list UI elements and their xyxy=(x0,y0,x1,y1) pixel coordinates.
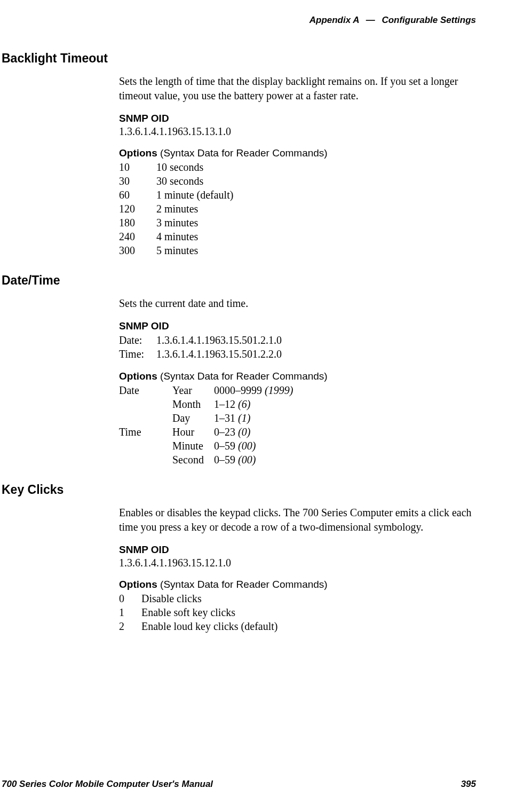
datetime-snmp-label: SNMP OID xyxy=(119,320,476,332)
options-rest: (Syntax Data for Reader Commands) xyxy=(157,147,328,159)
option-range: 1–31 xyxy=(214,412,235,424)
option-desc: Disable clicks xyxy=(141,592,287,605)
option-default: (0) xyxy=(238,426,250,438)
header-appendix: Appendix A xyxy=(309,15,359,25)
option-group xyxy=(119,453,172,467)
datetime-options-table: DateYear0000–9999 (1999) Month1–12 (6) D… xyxy=(119,383,303,467)
keyclicks-snmp-oid: 1.3.6.1.4.1.1963.15.12.1.0 xyxy=(119,557,476,569)
backlight-options-label: Options (Syntax Data for Reader Commands… xyxy=(119,147,476,159)
keyclicks-description: Enables or disables the keypad clicks. T… xyxy=(119,506,476,534)
options-bold: Options xyxy=(119,147,157,159)
section-heading-keyclicks: Key Clicks xyxy=(2,483,476,497)
option-range-def: 1–12 (6) xyxy=(214,397,303,411)
snmp-row-value: 1.3.6.1.4.1.1963.15.501.2.1.0 xyxy=(156,333,291,347)
page-footer: 700 Series Color Mobile Computer User's … xyxy=(2,779,476,790)
table-row: Minute0–59 (00) xyxy=(119,439,303,453)
footer-page-number: 395 xyxy=(461,779,476,790)
option-code: 120 xyxy=(119,202,156,216)
option-code: 180 xyxy=(119,216,156,230)
option-code: 10 xyxy=(119,160,156,174)
option-desc: Enable soft key clicks xyxy=(141,605,287,619)
option-field: Hour xyxy=(172,425,214,439)
option-desc: Enable loud key clicks (default) xyxy=(141,619,287,633)
option-desc: 10 seconds xyxy=(156,160,243,174)
option-code: 240 xyxy=(119,230,156,243)
footer-manual-title: 700 Series Color Mobile Computer User's … xyxy=(2,779,213,790)
table-row: Time:1.3.6.1.4.1.1963.15.501.2.2.0 xyxy=(119,347,291,361)
datetime-options-label: Options (Syntax Data for Reader Commands… xyxy=(119,370,476,382)
table-row: 1Enable soft key clicks xyxy=(119,605,287,619)
section-heading-datetime: Date/Time xyxy=(2,273,476,288)
option-code: 30 xyxy=(119,174,156,188)
option-range-def: 0–23 (0) xyxy=(214,425,303,439)
option-default: (6) xyxy=(238,398,250,410)
table-row: 2Enable loud key clicks (default) xyxy=(119,619,287,633)
table-row: 2404 minutes xyxy=(119,230,243,243)
option-desc: 3 minutes xyxy=(156,216,243,230)
header-title: Configurable Settings xyxy=(382,15,476,25)
table-row: 601 minute (default) xyxy=(119,188,243,202)
option-default: (00) xyxy=(238,454,256,466)
option-desc: 30 seconds xyxy=(156,174,243,188)
option-range: 0–59 xyxy=(214,454,235,466)
option-group: Time xyxy=(119,425,172,439)
options-bold: Options xyxy=(119,370,157,382)
table-row: 1010 seconds xyxy=(119,160,243,174)
option-field: Second xyxy=(172,453,214,467)
table-row: DateYear0000–9999 (1999) xyxy=(119,383,303,397)
option-group xyxy=(119,439,172,453)
snmp-row-label: Date: xyxy=(119,333,156,347)
backlight-snmp-oid: 1.3.6.1.4.1.1963.15.13.1.0 xyxy=(119,125,476,138)
option-desc: 4 minutes xyxy=(156,230,243,243)
option-field: Month xyxy=(172,397,214,411)
option-range-def: 1–31 (1) xyxy=(214,411,303,425)
header-dash: — xyxy=(366,15,375,25)
option-range: 1–12 xyxy=(214,398,235,410)
table-row: Day1–31 (1) xyxy=(119,411,303,425)
table-row: Second0–59 (00) xyxy=(119,453,303,467)
option-default: (00) xyxy=(238,440,256,452)
snmp-row-label: Time: xyxy=(119,347,156,361)
option-field: Year xyxy=(172,383,214,397)
options-bold: Options xyxy=(119,579,157,590)
backlight-snmp-label: SNMP OID xyxy=(119,113,476,124)
table-row: Month1–12 (6) xyxy=(119,397,303,411)
table-row: 1803 minutes xyxy=(119,216,243,230)
options-rest: (Syntax Data for Reader Commands) xyxy=(157,370,328,382)
option-range: 0–59 xyxy=(214,440,235,452)
option-desc: 2 minutes xyxy=(156,202,243,216)
option-code: 300 xyxy=(119,243,156,257)
keyclicks-options-table: 0Disable clicks 1Enable soft key clicks … xyxy=(119,592,287,633)
option-default: (1) xyxy=(238,412,250,424)
page-header: Appendix A — Configurable Settings xyxy=(0,15,476,26)
option-default: (1999) xyxy=(265,384,293,396)
keyclicks-snmp-label: SNMP OID xyxy=(119,544,476,556)
backlight-description: Sets the length of time that the display… xyxy=(119,74,476,103)
option-field: Day xyxy=(172,411,214,425)
option-group xyxy=(119,411,172,425)
option-range-def: 0–59 (00) xyxy=(214,453,303,467)
option-desc: 1 minute (default) xyxy=(156,188,243,202)
options-rest: (Syntax Data for Reader Commands) xyxy=(157,579,328,590)
table-row: 0Disable clicks xyxy=(119,592,287,605)
table-row: 3005 minutes xyxy=(119,243,243,257)
backlight-options-table: 1010 seconds 3030 seconds 601 minute (de… xyxy=(119,160,243,257)
table-row: Date:1.3.6.1.4.1.1963.15.501.2.1.0 xyxy=(119,333,291,347)
option-desc: 5 minutes xyxy=(156,243,243,257)
option-group: Date xyxy=(119,383,172,397)
datetime-description: Sets the current date and time. xyxy=(119,296,476,311)
option-code: 60 xyxy=(119,188,156,202)
option-code: 1 xyxy=(119,605,141,619)
option-range-def: 0–59 (00) xyxy=(214,439,303,453)
section-heading-backlight: Backlight Timeout xyxy=(2,51,476,66)
option-range: 0000–9999 xyxy=(214,384,262,396)
option-group xyxy=(119,397,172,411)
table-row: 1202 minutes xyxy=(119,202,243,216)
option-range: 0–23 xyxy=(214,426,235,438)
table-row: 3030 seconds xyxy=(119,174,243,188)
datetime-snmp-table: Date:1.3.6.1.4.1.1963.15.501.2.1.0 Time:… xyxy=(119,333,291,361)
snmp-row-value: 1.3.6.1.4.1.1963.15.501.2.2.0 xyxy=(156,347,291,361)
option-range-def: 0000–9999 (1999) xyxy=(214,383,303,397)
table-row: TimeHour0–23 (0) xyxy=(119,425,303,439)
option-field: Minute xyxy=(172,439,214,453)
